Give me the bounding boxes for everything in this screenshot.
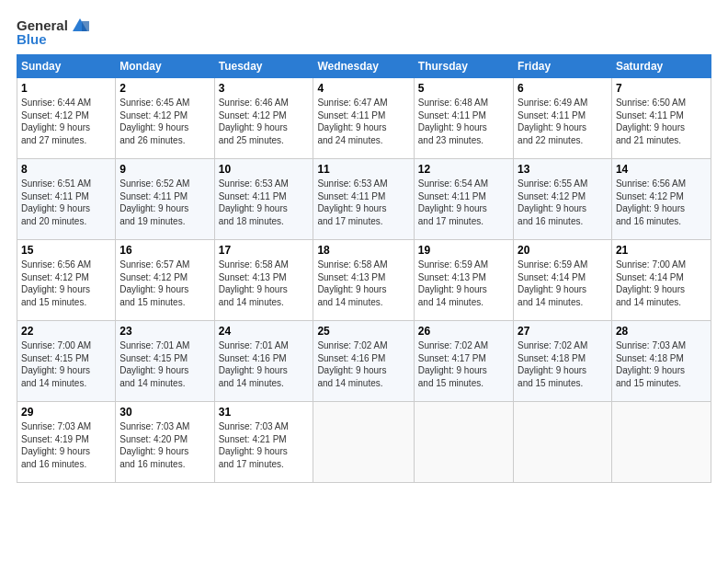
day-info: Sunrise: 7:01 AM Sunset: 4:16 PM Dayligh… — [219, 339, 310, 389]
day-number: 1 — [21, 82, 111, 95]
day-number: 7 — [616, 82, 707, 95]
calendar-cell: 16Sunrise: 6:57 AM Sunset: 4:12 PM Dayli… — [116, 240, 214, 321]
logo-blue: Blue — [17, 31, 47, 47]
week-row-3: 15Sunrise: 6:56 AM Sunset: 4:12 PM Dayli… — [17, 240, 711, 321]
calendar: SundayMondayTuesdayWednesdayThursdayFrid… — [17, 54, 711, 483]
calendar-cell — [313, 402, 414, 483]
day-number: 27 — [518, 325, 608, 338]
calendar-cell: 19Sunrise: 6:59 AM Sunset: 4:13 PM Dayli… — [414, 240, 513, 321]
day-number: 31 — [219, 406, 310, 419]
calendar-cell: 7Sunrise: 6:50 AM Sunset: 4:11 PM Daylig… — [611, 78, 711, 159]
day-number: 9 — [119, 163, 210, 176]
calendar-cell: 27Sunrise: 7:02 AM Sunset: 4:18 PM Dayli… — [514, 321, 612, 402]
day-info: Sunrise: 6:49 AM Sunset: 4:11 PM Dayligh… — [518, 97, 608, 146]
weekday-header-row: SundayMondayTuesdayWednesdayThursdayFrid… — [17, 55, 711, 78]
day-number: 6 — [518, 82, 608, 95]
day-info: Sunrise: 6:58 AM Sunset: 4:13 PM Dayligh… — [317, 259, 409, 308]
weekday-header-saturday: Saturday — [611, 55, 711, 78]
day-info: Sunrise: 6:56 AM Sunset: 4:12 PM Dayligh… — [616, 178, 707, 227]
calendar-cell: 12Sunrise: 6:54 AM Sunset: 4:11 PM Dayli… — [414, 159, 513, 240]
calendar-cell: 18Sunrise: 6:58 AM Sunset: 4:13 PM Dayli… — [313, 240, 414, 321]
week-row-1: 1Sunrise: 6:44 AM Sunset: 4:12 PM Daylig… — [17, 78, 711, 159]
page: General Blue SundayMondayTuesdayWednesda… — [0, 0, 728, 563]
day-number: 17 — [219, 244, 310, 257]
day-number: 22 — [21, 325, 111, 338]
day-number: 20 — [518, 244, 608, 257]
calendar-cell — [611, 402, 711, 483]
day-info: Sunrise: 7:00 AM Sunset: 4:15 PM Dayligh… — [21, 339, 111, 389]
calendar-cell — [414, 402, 513, 483]
day-info: Sunrise: 7:00 AM Sunset: 4:14 PM Dayligh… — [616, 259, 707, 308]
weekday-header-monday: Monday — [116, 55, 214, 78]
calendar-cell: 11Sunrise: 6:53 AM Sunset: 4:11 PM Dayli… — [313, 159, 414, 240]
day-info: Sunrise: 7:02 AM Sunset: 4:16 PM Dayligh… — [317, 339, 409, 389]
day-info: Sunrise: 7:03 AM Sunset: 4:21 PM Dayligh… — [219, 420, 310, 470]
day-info: Sunrise: 7:02 AM Sunset: 4:18 PM Dayligh… — [518, 339, 608, 389]
day-number: 25 — [317, 325, 409, 338]
day-info: Sunrise: 6:53 AM Sunset: 4:11 PM Dayligh… — [219, 178, 310, 227]
calendar-cell: 1Sunrise: 6:44 AM Sunset: 4:12 PM Daylig… — [17, 78, 116, 159]
day-number: 21 — [616, 244, 707, 257]
day-info: Sunrise: 6:47 AM Sunset: 4:11 PM Dayligh… — [317, 97, 409, 146]
day-number: 26 — [418, 325, 509, 338]
calendar-cell: 6Sunrise: 6:49 AM Sunset: 4:11 PM Daylig… — [514, 78, 612, 159]
calendar-cell: 13Sunrise: 6:55 AM Sunset: 4:12 PM Dayli… — [514, 159, 612, 240]
day-info: Sunrise: 6:52 AM Sunset: 4:11 PM Dayligh… — [119, 178, 210, 227]
day-number: 19 — [418, 244, 509, 257]
day-info: Sunrise: 6:44 AM Sunset: 4:12 PM Dayligh… — [21, 97, 111, 146]
calendar-cell: 21Sunrise: 7:00 AM Sunset: 4:14 PM Dayli… — [611, 240, 711, 321]
day-info: Sunrise: 7:03 AM Sunset: 4:18 PM Dayligh… — [616, 339, 707, 389]
calendar-cell: 20Sunrise: 6:59 AM Sunset: 4:14 PM Dayli… — [514, 240, 612, 321]
calendar-cell: 29Sunrise: 7:03 AM Sunset: 4:19 PM Dayli… — [17, 402, 116, 483]
logo: General Blue — [17, 17, 90, 47]
day-number: 16 — [119, 244, 210, 257]
day-number: 29 — [21, 406, 111, 419]
day-info: Sunrise: 6:53 AM Sunset: 4:11 PM Dayligh… — [317, 178, 409, 227]
day-number: 4 — [317, 82, 409, 95]
day-info: Sunrise: 7:02 AM Sunset: 4:17 PM Dayligh… — [418, 339, 509, 389]
day-number: 8 — [21, 163, 111, 176]
day-number: 18 — [317, 244, 409, 257]
day-number: 15 — [21, 244, 111, 257]
weekday-header-tuesday: Tuesday — [214, 55, 313, 78]
weekday-header-friday: Friday — [514, 55, 612, 78]
day-info: Sunrise: 6:46 AM Sunset: 4:12 PM Dayligh… — [219, 97, 310, 146]
calendar-cell: 3Sunrise: 6:46 AM Sunset: 4:12 PM Daylig… — [214, 78, 313, 159]
calendar-cell: 5Sunrise: 6:48 AM Sunset: 4:11 PM Daylig… — [414, 78, 513, 159]
calendar-cell: 17Sunrise: 6:58 AM Sunset: 4:13 PM Dayli… — [214, 240, 313, 321]
day-number: 3 — [219, 82, 310, 95]
calendar-cell: 24Sunrise: 7:01 AM Sunset: 4:16 PM Dayli… — [214, 321, 313, 402]
day-number: 12 — [418, 163, 509, 176]
day-info: Sunrise: 6:55 AM Sunset: 4:12 PM Dayligh… — [518, 178, 608, 227]
day-number: 30 — [119, 406, 210, 419]
day-number: 24 — [219, 325, 310, 338]
calendar-cell: 10Sunrise: 6:53 AM Sunset: 4:11 PM Dayli… — [214, 159, 313, 240]
day-info: Sunrise: 6:48 AM Sunset: 4:11 PM Dayligh… — [418, 97, 509, 146]
day-info: Sunrise: 6:59 AM Sunset: 4:13 PM Dayligh… — [418, 259, 509, 308]
day-info: Sunrise: 6:51 AM Sunset: 4:11 PM Dayligh… — [21, 178, 111, 227]
header: General Blue — [17, 17, 711, 47]
day-info: Sunrise: 6:59 AM Sunset: 4:14 PM Dayligh… — [518, 259, 608, 308]
svg-marker-1 — [82, 21, 89, 31]
calendar-cell: 14Sunrise: 6:56 AM Sunset: 4:12 PM Dayli… — [611, 159, 711, 240]
logo-triangle-icon — [70, 17, 90, 33]
calendar-cell: 28Sunrise: 7:03 AM Sunset: 4:18 PM Dayli… — [611, 321, 711, 402]
calendar-cell: 23Sunrise: 7:01 AM Sunset: 4:15 PM Dayli… — [116, 321, 214, 402]
calendar-cell: 30Sunrise: 7:03 AM Sunset: 4:20 PM Dayli… — [116, 402, 214, 483]
day-info: Sunrise: 7:01 AM Sunset: 4:15 PM Dayligh… — [119, 339, 210, 389]
calendar-cell: 8Sunrise: 6:51 AM Sunset: 4:11 PM Daylig… — [17, 159, 116, 240]
day-info: Sunrise: 7:03 AM Sunset: 4:19 PM Dayligh… — [21, 420, 111, 470]
week-row-4: 22Sunrise: 7:00 AM Sunset: 4:15 PM Dayli… — [17, 321, 711, 402]
calendar-cell: 22Sunrise: 7:00 AM Sunset: 4:15 PM Dayli… — [17, 321, 116, 402]
calendar-cell: 31Sunrise: 7:03 AM Sunset: 4:21 PM Dayli… — [214, 402, 313, 483]
calendar-cell: 4Sunrise: 6:47 AM Sunset: 4:11 PM Daylig… — [313, 78, 414, 159]
day-number: 28 — [616, 325, 707, 338]
day-info: Sunrise: 6:45 AM Sunset: 4:12 PM Dayligh… — [119, 97, 210, 146]
weekday-header-wednesday: Wednesday — [313, 55, 414, 78]
day-number: 23 — [119, 325, 210, 338]
calendar-cell: 25Sunrise: 7:02 AM Sunset: 4:16 PM Dayli… — [313, 321, 414, 402]
day-info: Sunrise: 6:54 AM Sunset: 4:11 PM Dayligh… — [418, 178, 509, 227]
calendar-cell: 26Sunrise: 7:02 AM Sunset: 4:17 PM Dayli… — [414, 321, 513, 402]
day-number: 2 — [119, 82, 210, 95]
day-info: Sunrise: 7:03 AM Sunset: 4:20 PM Dayligh… — [119, 420, 210, 470]
